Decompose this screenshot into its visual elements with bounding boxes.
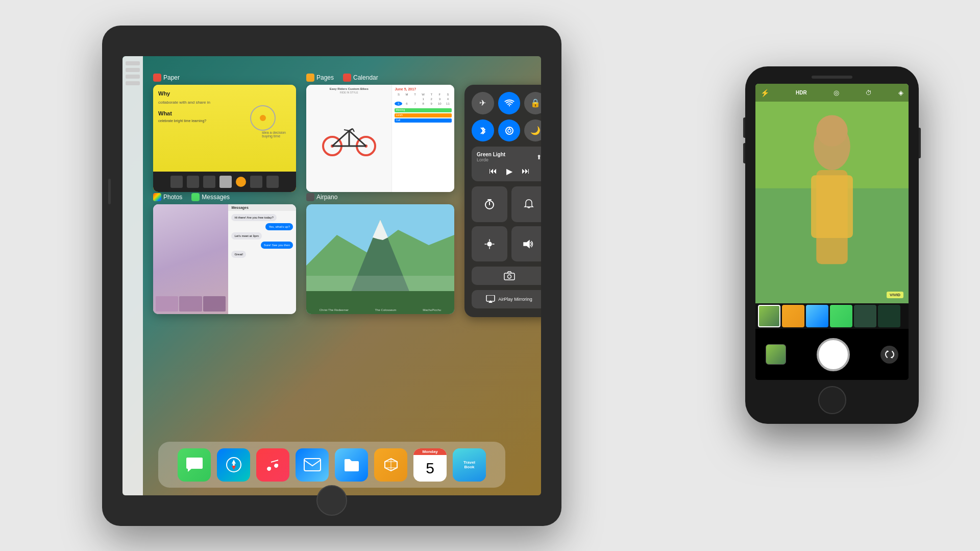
flip-camera-icon — [885, 350, 895, 358]
dock-keynote-button[interactable] — [374, 448, 407, 482]
shutter-button[interactable] — [817, 338, 850, 371]
rewind-button[interactable]: ⏮ — [489, 166, 497, 176]
pages-card-wrapper: Pages Calendar Easy Riders Custom Bikes … — [306, 85, 454, 192]
wifi-icon — [504, 99, 514, 107]
paper-card[interactable]: Why collaborate with and share in What c… — [153, 85, 296, 192]
play-pause-button[interactable]: ▶ — [506, 166, 512, 176]
dock-messages-button[interactable] — [178, 448, 211, 482]
airplay-label: AirPlay Mirroring — [498, 297, 532, 302]
flash-icon[interactable]: ⚡ — [761, 89, 769, 97]
film-thumbnail[interactable] — [806, 305, 828, 327]
dock-files-button[interactable] — [335, 448, 368, 482]
airpano-card-label: Airpano — [306, 193, 337, 201]
paper-card-wrapper: Paper Why collaborate with and share in … — [153, 85, 296, 192]
do-not-disturb-button[interactable]: 🌙 — [524, 119, 541, 142]
cal-day: 11 — [444, 102, 452, 106]
cal-day: 6 — [403, 102, 410, 106]
live-icon[interactable]: ◎ — [834, 89, 839, 97]
pages-header-text: Easy Riders Custom Bikes RIDE IN STYLE — [306, 87, 391, 94]
paper-tool — [250, 176, 262, 188]
bluetooth-button[interactable] — [472, 119, 494, 142]
paper-node — [260, 115, 266, 121]
message-bubble: Sure! See you then — [261, 242, 293, 249]
brightness-button[interactable] — [472, 226, 507, 262]
cc-row-2: 🌙 — [472, 119, 541, 142]
timer-icon[interactable]: ⏱ — [866, 89, 872, 97]
film-thumbnail[interactable] — [878, 305, 900, 327]
pages-calendar-card[interactable]: Easy Riders Custom Bikes RIDE IN STYLE — [306, 85, 454, 192]
volume-button[interactable] — [511, 226, 542, 262]
iphone-volume-up-button[interactable] — [743, 117, 745, 138]
cal-event-1: Meeting — [395, 108, 452, 112]
messages-header: Messages — [228, 204, 296, 211]
photos-grid — [153, 204, 228, 314]
music-share-icon[interactable]: ⬆ — [536, 154, 541, 161]
cal-day: 2 — [428, 97, 435, 101]
film-thumbnail[interactable] — [854, 305, 876, 327]
hdr-label[interactable]: HDR — [796, 90, 807, 95]
keynote-icon — [383, 457, 399, 473]
photos-messages-card[interactable]: Messages Hi there! Are you free today? Y… — [153, 204, 296, 314]
pages-doc-title: Easy Riders Custom Bikes — [306, 87, 391, 90]
svg-point-13 — [508, 129, 511, 132]
cal-event-2: Lunch — [395, 113, 452, 117]
dock-calendar-button[interactable]: Monday 5 — [413, 448, 447, 482]
paper-app-name: Paper — [163, 74, 180, 81]
film-thumbnail[interactable] — [830, 305, 852, 327]
svg-point-18 — [487, 242, 492, 246]
dock-travel-button[interactable]: Travel Book — [453, 448, 486, 482]
iphone-home-button[interactable] — [818, 386, 846, 414]
ipad-sidebar — [122, 56, 143, 495]
filter-icon[interactable]: ◈ — [898, 89, 903, 97]
film-thumbnail[interactable] — [758, 305, 780, 327]
app-switcher: Paper Why collaborate with and share in … — [153, 71, 531, 437]
airpano-card[interactable]: Christ The Redeemer The Colosseum MachuP… — [306, 204, 454, 314]
volume-icon — [523, 239, 534, 249]
paper-why-text: Why — [158, 90, 291, 97]
photo-library-button[interactable] — [766, 344, 786, 365]
do-not-disturb-bell-button[interactable] — [511, 186, 542, 222]
music-info: Green Light Lorde ⬆ — [477, 152, 541, 162]
iphone-volume-down-button[interactable] — [743, 143, 745, 163]
pages-ride-title: RIDE IN STYLE — [306, 91, 391, 94]
film-thumbnail[interactable] — [782, 305, 804, 327]
svg-marker-23 — [524, 241, 529, 248]
camera-button[interactable] — [472, 267, 541, 285]
camera-background-svg — [755, 84, 909, 303]
svg-marker-34 — [232, 466, 236, 470]
music-title: Green Light — [477, 152, 505, 157]
cal-day: 7 — [411, 102, 419, 106]
paper-tool — [203, 176, 215, 188]
airdrop-button[interactable] — [498, 119, 521, 142]
iphone-sleep-wake-button[interactable] — [919, 128, 921, 158]
airpano-label-2: The Colosseum — [375, 308, 397, 312]
dock-music-button[interactable] — [256, 448, 289, 482]
wifi-button[interactable] — [498, 92, 521, 114]
calendar-app-name: Calendar — [353, 74, 378, 81]
calendar-content: June 5, 2017 S M T W T F S — [391, 85, 454, 192]
airpano-icon — [306, 193, 314, 201]
cal-header: S — [395, 92, 402, 97]
dock-mail-button[interactable] — [296, 448, 329, 482]
lock-rotation-button[interactable]: 🔒 — [524, 92, 541, 114]
dock-safari-button[interactable] — [217, 448, 250, 482]
cal-today: 5 — [395, 102, 402, 106]
camera-flip-button[interactable] — [880, 346, 898, 364]
cal-header: W — [420, 92, 427, 97]
messages-panel: Messages Hi there! Are you free today? Y… — [228, 204, 296, 314]
cal-header: T — [428, 92, 435, 97]
pages-content: Easy Riders Custom Bikes RIDE IN STYLE — [306, 85, 391, 192]
cal-day — [395, 97, 402, 101]
airplane-mode-button[interactable]: ✈ — [472, 92, 494, 114]
sidebar-row — [126, 75, 140, 79]
timer-button[interactable] — [472, 186, 507, 222]
cal-day: 10 — [436, 102, 444, 106]
ipad-home-button[interactable] — [316, 485, 347, 516]
airplay-button[interactable]: AirPlay Mirroring — [472, 290, 541, 308]
vivid-filter-badge[interactable]: VIVID — [887, 292, 903, 298]
fast-forward-button[interactable]: ⏭ — [522, 166, 530, 176]
music-artist: Lorde — [477, 157, 505, 162]
message-bubble: Let's meet at 3pm — [231, 232, 262, 239]
photos-card-label: Photos Messages — [153, 193, 230, 201]
ipad-side-button[interactable] — [108, 179, 111, 204]
